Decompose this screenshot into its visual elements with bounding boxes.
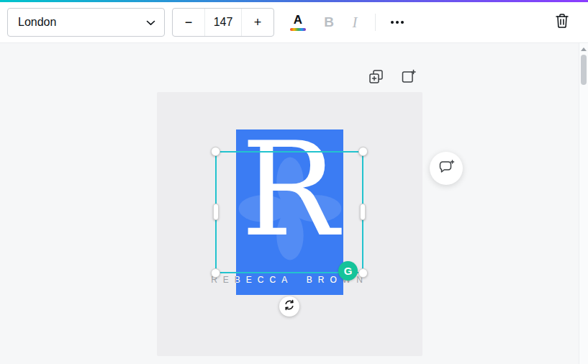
monogram-element[interactable]: R xyxy=(236,129,343,295)
monogram-letter: R xyxy=(236,129,343,255)
resize-handle-top-right[interactable] xyxy=(358,147,368,156)
resize-handle-bottom-right[interactable] xyxy=(358,268,368,278)
trash-icon xyxy=(555,13,569,32)
font-size-value[interactable]: 147 xyxy=(204,9,242,36)
text-color-button[interactable]: A xyxy=(286,7,310,37)
more-options-button[interactable] xyxy=(383,8,412,37)
vertical-scrollbar[interactable] xyxy=(579,43,588,364)
text-color-letter: A xyxy=(294,14,302,26)
brand-gradient-bar xyxy=(0,0,588,2)
add-comment-button[interactable] xyxy=(430,152,463,185)
delete-button[interactable] xyxy=(549,9,575,35)
rotate-icon xyxy=(284,299,295,314)
font-selector-label: London xyxy=(18,16,56,29)
name-text[interactable]: REBECCA BROWN xyxy=(157,275,422,285)
editor-canvas: R REBECCA BROWN REBECCA BROWN G xyxy=(0,43,588,364)
scroll-up-arrow[interactable] xyxy=(581,47,587,51)
duplicate-page-button[interactable] xyxy=(366,67,385,86)
text-toolbar: London − 147 + A B I xyxy=(0,2,588,43)
grammarly-badge[interactable]: G xyxy=(338,261,358,281)
font-size-stepper: − 147 + xyxy=(172,8,274,37)
font-size-increase-button[interactable]: + xyxy=(242,9,273,36)
toolbar-divider xyxy=(375,14,376,31)
comment-plus-icon xyxy=(438,158,455,178)
resize-handle-top-left[interactable] xyxy=(211,147,220,156)
add-page-button[interactable] xyxy=(399,67,417,86)
rotate-handle[interactable] xyxy=(279,296,299,317)
bold-button[interactable]: B xyxy=(316,8,342,37)
resize-handle-bottom-left[interactable] xyxy=(211,268,220,278)
font-size-decrease-button[interactable]: − xyxy=(173,9,204,36)
resize-handle-left[interactable] xyxy=(213,204,219,220)
chevron-down-icon xyxy=(146,16,155,29)
more-icon xyxy=(391,21,394,24)
scroll-thumb[interactable] xyxy=(581,55,587,85)
font-selector[interactable]: London xyxy=(7,8,165,37)
italic-button[interactable]: I xyxy=(342,8,368,37)
resize-handle-right[interactable] xyxy=(360,204,366,220)
rainbow-color-bar-icon xyxy=(290,28,306,31)
